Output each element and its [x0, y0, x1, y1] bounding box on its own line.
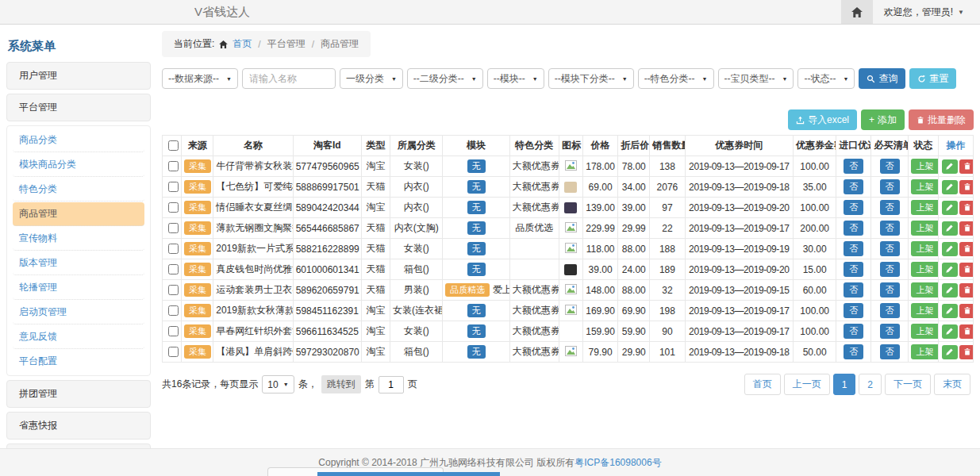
sidebar-item-7[interactable]: 版本管理 — [13, 251, 144, 275]
import-toggle-button[interactable]: 否 — [844, 303, 863, 318]
sidebar-item-2[interactable]: 商品分类 — [13, 129, 144, 152]
sidebar-item-4[interactable]: 特色分类 — [13, 178, 144, 202]
page-button-0[interactable]: 首页 — [744, 374, 781, 395]
filter-select-4[interactable]: --模块下分类--▼ — [548, 68, 634, 89]
edit-button[interactable] — [942, 304, 958, 318]
edit-button[interactable] — [942, 180, 958, 194]
status-button[interactable]: 上架 — [911, 324, 939, 339]
delete-button[interactable] — [959, 201, 974, 215]
name-search-input[interactable] — [242, 68, 336, 89]
home-button[interactable] — [841, 0, 873, 24]
filter-select-6[interactable]: --宝贝类型--▼ — [718, 68, 794, 89]
filter-select-1[interactable]: 一级分类▼ — [340, 68, 403, 89]
status-button[interactable]: 上架 — [911, 159, 939, 174]
page-button-3[interactable]: 2 — [859, 374, 882, 395]
import-toggle-button[interactable]: 否 — [844, 159, 863, 174]
import-toggle-button[interactable]: 否 — [844, 179, 863, 194]
per-page-select[interactable]: 10 ▼ — [262, 375, 294, 393]
reset-button[interactable]: 重置 — [909, 68, 956, 89]
delete-button[interactable] — [959, 242, 974, 256]
sidebar-item-9[interactable]: 启动页管理 — [13, 301, 144, 324]
import-toggle-button[interactable]: 否 — [844, 324, 863, 339]
delete-button[interactable] — [959, 159, 974, 174]
batch-delete-button[interactable]: 批量删除 — [909, 109, 974, 130]
row-checkbox[interactable] — [168, 264, 179, 274]
status-button[interactable]: 上架 — [911, 262, 939, 277]
must-buy-toggle-button[interactable]: 否 — [880, 282, 900, 298]
status-button[interactable]: 上架 — [911, 241, 939, 256]
sidebar-item-6[interactable]: 宣传物料 — [13, 227, 144, 251]
filter-select-2[interactable]: --二级分类--▼ — [407, 68, 483, 89]
row-checkbox[interactable] — [168, 244, 179, 254]
sidebar-group-13[interactable]: 省惠快报 — [6, 412, 151, 440]
user-menu[interactable]: 欢迎您，管理员! ▼ — [873, 0, 980, 24]
must-buy-toggle-button[interactable]: 否 — [880, 241, 900, 256]
row-checkbox[interactable] — [168, 202, 179, 213]
import-toggle-button[interactable]: 否 — [844, 241, 863, 256]
sidebar-group-0[interactable]: 用户管理 — [6, 62, 151, 90]
sidebar-item-10[interactable]: 意见反馈 — [13, 325, 144, 349]
sidebar-group-1[interactable]: 平台管理 — [6, 94, 151, 121]
sidebar-item-8[interactable]: 轮播管理 — [13, 276, 144, 300]
row-checkbox[interactable] — [168, 223, 179, 233]
status-button[interactable]: 上架 — [911, 344, 939, 359]
page-number-input[interactable] — [379, 376, 404, 393]
status-button[interactable]: 上架 — [911, 179, 939, 194]
jump-button[interactable]: 跳转到 — [321, 375, 361, 393]
page-button-1[interactable]: 上一页 — [784, 374, 830, 395]
delete-button[interactable] — [959, 180, 974, 194]
edit-button[interactable] — [942, 159, 958, 174]
must-buy-toggle-button[interactable]: 否 — [880, 159, 900, 174]
row-checkbox[interactable] — [168, 285, 179, 295]
row-checkbox[interactable] — [168, 347, 179, 357]
delete-button[interactable] — [959, 345, 974, 359]
edit-button[interactable] — [942, 283, 958, 298]
must-buy-toggle-button[interactable]: 否 — [880, 200, 900, 215]
import-toggle-button[interactable]: 否 — [844, 282, 863, 298]
filter-select-0[interactable]: --数据来源--▼ — [162, 68, 238, 89]
import-toggle-button[interactable]: 否 — [844, 221, 863, 236]
page-button-5[interactable]: 末页 — [934, 374, 970, 395]
status-button[interactable]: 上架 — [911, 303, 939, 318]
sidebar-item-3[interactable]: 模块商品分类 — [13, 153, 144, 177]
must-buy-toggle-button[interactable]: 否 — [880, 324, 900, 339]
status-button[interactable]: 上架 — [911, 282, 939, 298]
sidebar-item-11[interactable]: 平台配置 — [13, 350, 144, 373]
sidebar-item-5[interactable]: 商品管理 — [13, 202, 144, 226]
must-buy-toggle-button[interactable]: 否 — [880, 179, 900, 194]
must-buy-toggle-button[interactable]: 否 — [880, 262, 900, 277]
must-buy-toggle-button[interactable]: 否 — [880, 344, 900, 359]
page-button-2[interactable]: 1 — [833, 374, 856, 395]
must-buy-toggle-button[interactable]: 否 — [880, 303, 900, 318]
row-checkbox[interactable] — [168, 326, 179, 336]
delete-button[interactable] — [959, 283, 974, 298]
delete-button[interactable] — [959, 324, 974, 339]
edit-button[interactable] — [942, 324, 958, 339]
delete-button[interactable] — [959, 304, 974, 318]
row-checkbox[interactable] — [168, 182, 179, 192]
row-checkbox[interactable] — [168, 305, 179, 316]
edit-button[interactable] — [942, 242, 958, 256]
import-excel-button[interactable]: 导入excel — [788, 109, 857, 130]
select-all-checkbox[interactable] — [168, 140, 179, 151]
filter-select-3[interactable]: --模块--▼ — [487, 68, 544, 89]
import-toggle-button[interactable]: 否 — [844, 344, 863, 359]
icp-link[interactable]: 粤ICP备16098006号 — [575, 456, 661, 470]
add-button[interactable]: + 添加 — [861, 109, 905, 130]
edit-button[interactable] — [942, 345, 958, 359]
edit-button[interactable] — [942, 201, 958, 215]
status-button[interactable]: 上架 — [911, 200, 939, 215]
filter-select-7[interactable]: --状态--▼ — [797, 68, 855, 89]
breadcrumb-home-link[interactable]: 首页 — [233, 37, 252, 51]
delete-button[interactable] — [959, 263, 974, 277]
search-button[interactable]: 查询 — [859, 68, 905, 89]
import-toggle-button[interactable]: 否 — [844, 200, 863, 215]
filter-select-5[interactable]: --特色分类--▼ — [638, 68, 714, 89]
row-checkbox[interactable] — [168, 161, 179, 171]
sidebar-group-12[interactable]: 拼团管理 — [6, 380, 151, 408]
page-button-4[interactable]: 下一页 — [885, 374, 931, 395]
edit-button[interactable] — [942, 263, 958, 277]
delete-button[interactable] — [959, 221, 974, 236]
import-toggle-button[interactable]: 否 — [844, 262, 863, 277]
status-button[interactable]: 上架 — [911, 221, 939, 236]
